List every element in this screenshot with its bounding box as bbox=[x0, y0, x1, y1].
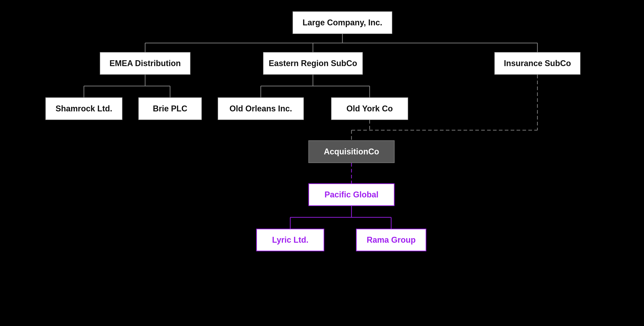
node-acquisition[interactable]: AcquisitionCo bbox=[308, 140, 394, 163]
node-emea[interactable]: EMEA Distribution bbox=[100, 52, 190, 75]
node-old-orleans[interactable]: Old Orleans Inc. bbox=[218, 97, 304, 120]
node-large-company[interactable]: Large Company, Inc. bbox=[292, 11, 392, 34]
node-rama[interactable]: Rama Group bbox=[356, 229, 426, 251]
node-brie[interactable]: Brie PLC bbox=[138, 97, 202, 120]
node-shamrock[interactable]: Shamrock Ltd. bbox=[45, 97, 122, 120]
node-pacific[interactable]: Pacific Global bbox=[308, 183, 394, 206]
node-insurance[interactable]: Insurance SubCo bbox=[494, 52, 580, 75]
connector-lines bbox=[0, 0, 644, 326]
org-chart-diagram: Large Company, Inc. EMEA Distribution Ea… bbox=[0, 0, 644, 326]
node-eastern[interactable]: Eastern Region SubCo bbox=[263, 52, 363, 75]
node-old-york[interactable]: Old York Co bbox=[331, 97, 408, 120]
node-lyric[interactable]: Lyric Ltd. bbox=[256, 229, 324, 251]
